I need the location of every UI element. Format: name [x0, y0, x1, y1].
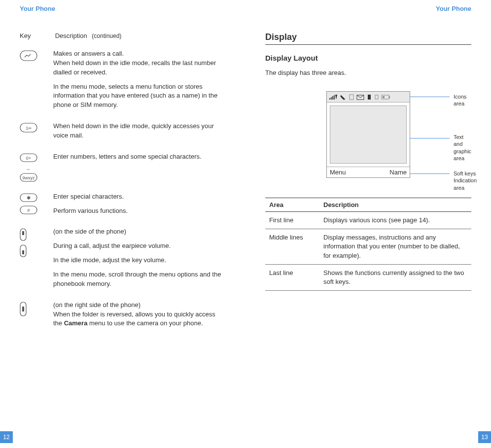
battery-icon: [381, 94, 391, 101]
key-desc-text: Makes or answers a call. When held down …: [53, 49, 226, 77]
key-row: Makes or answers a call. When held down …: [20, 49, 226, 115]
key-desc-text: In the menu mode, selects a menu functio…: [53, 82, 226, 110]
table-row: Last line Shows the functions currently …: [265, 264, 471, 290]
key-desc-text: In the idle mode, adjust the key volume.: [53, 256, 226, 265]
desc-cell: Displays various icons (see page 14).: [319, 212, 471, 229]
camera-side-key-icon: [20, 302, 53, 318]
th-key: Key: [20, 32, 53, 39]
phone-display-mock: Menu Name: [326, 91, 410, 178]
call-icon: [340, 94, 347, 101]
envelope-icon: [356, 94, 364, 101]
display-diagram: Menu Name Icons area Text and graphic ar…: [265, 91, 471, 178]
svg-rect-23: [383, 96, 385, 98]
svg-text:9wxyz: 9wxyz: [22, 175, 35, 180]
desc-cell: Display messages, instructions and any i…: [319, 229, 471, 265]
hash-key-icon: #: [20, 206, 53, 216]
key-row: (on the side of the phone) During a call…: [20, 227, 226, 293]
page-header-right: Your Phone: [265, 5, 471, 12]
svg-text:#: #: [27, 208, 30, 213]
tilde-icon: ~: [27, 167, 30, 172]
alarm-icon: [374, 94, 379, 101]
svg-rect-20: [375, 95, 378, 99]
key-row: 0+ ~ 9wxyz Enter numbers, letters and so…: [20, 152, 226, 185]
page-header-left: Your Phone: [20, 5, 226, 12]
page-right: Your Phone Display Display Layout The di…: [246, 0, 491, 448]
callout-icons: Icons area: [454, 93, 466, 107]
page-number-right: 13: [478, 431, 491, 443]
callout-text: Text and graphic area: [454, 134, 471, 162]
signal-icon: [329, 94, 338, 101]
svg-text:1∞: 1∞: [26, 126, 31, 131]
key-desc-text: (on the side of the phone): [53, 227, 226, 237]
svg-rect-17: [350, 95, 353, 100]
table-row: First line Displays various icons (see p…: [265, 212, 471, 229]
section-title: Display: [265, 32, 471, 45]
svg-text:0+: 0+: [26, 156, 31, 161]
svg-rect-19: [368, 95, 371, 100]
svg-rect-0: [20, 51, 37, 61]
key-row: 1∞ When held down in the idle mode, quic…: [20, 122, 226, 145]
volume-up-key-icon: [20, 228, 53, 242]
callout-soft: Soft keys Indication area: [454, 170, 477, 191]
desc-cell: Shows the functions currently assigned t…: [319, 264, 471, 290]
key-desc-text: In the menu mode, scroll through the men…: [53, 270, 226, 289]
key-row: (on the right side of the phone)When the…: [20, 301, 226, 334]
page-left: Your Phone Key Description (continued) M…: [0, 0, 246, 448]
svg-text:✱: ✱: [27, 195, 31, 201]
softkey-left: Menu: [330, 169, 346, 176]
th-continued: (continued): [92, 33, 121, 39]
send-key-icon: [20, 50, 53, 63]
area-th-area: Area: [265, 198, 319, 212]
graphic-area: [327, 103, 410, 167]
vibrate-icon: [366, 94, 372, 101]
area-cell: Last line: [265, 264, 319, 290]
key-desc-text: When held down in the idle mode, quickly…: [53, 122, 226, 140]
key-desc-text: Enter special characters.: [53, 192, 226, 202]
intro-text: The display has three areas.: [265, 69, 471, 76]
subsection-title: Display Layout: [265, 54, 471, 62]
th-desc: Description: [55, 32, 87, 39]
key-table-header: Key Description (continued): [20, 32, 226, 39]
area-cell: Middle lines: [265, 229, 319, 265]
svg-rect-12: [22, 231, 24, 235]
doc-icon: [349, 94, 354, 101]
area-table: Area Description First line Displays var…: [265, 198, 471, 291]
key-row: ✱ # Enter special characters. Perform va…: [20, 192, 226, 221]
table-row: Middle lines Display messages, instructi…: [265, 229, 471, 265]
zero-key-icon: 0+: [20, 153, 53, 164]
star-key-icon: ✱: [20, 193, 53, 204]
key-desc-text: Enter numbers, letters and some special …: [53, 152, 226, 162]
one-key-icon: 1∞: [20, 123, 53, 134]
area-th-desc: Description: [319, 198, 471, 212]
area-cell: First line: [265, 212, 319, 229]
svg-rect-14: [22, 250, 24, 254]
key-desc-text: (on the right side of the phone)When the…: [53, 301, 226, 329]
key-desc-text: During a call, adjust the earpiece volum…: [53, 241, 226, 251]
icons-bar: [327, 92, 410, 103]
softkey-right: Name: [389, 169, 407, 176]
softkeys-bar: Menu Name: [327, 167, 410, 177]
page-number-left: 12: [0, 431, 13, 443]
volume-down-key-icon: [20, 244, 53, 259]
svg-rect-22: [389, 96, 390, 98]
key-desc-text: Perform various functions.: [53, 207, 226, 216]
svg-rect-16: [22, 307, 24, 311]
nine-key-icon: 9wxyz: [20, 173, 53, 183]
